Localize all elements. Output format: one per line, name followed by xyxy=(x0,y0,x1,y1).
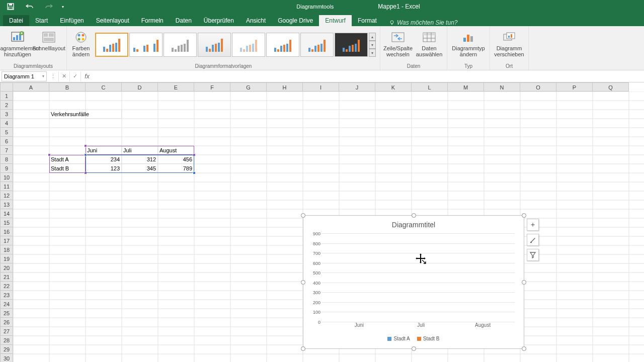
row-header-6[interactable]: 6 xyxy=(0,137,13,146)
switch-row-col-button[interactable]: Zeile/Spalte wechseln xyxy=(383,28,413,61)
cell-C8[interactable]: 234 xyxy=(86,155,122,164)
row-header-4[interactable]: 4 xyxy=(0,119,13,128)
legend-item-a[interactable]: Stadt A xyxy=(387,336,410,341)
tab-start[interactable]: Start xyxy=(29,15,54,26)
col-header-N[interactable]: N xyxy=(484,82,520,92)
row-header-12[interactable]: 12 xyxy=(0,191,13,200)
chart-styles-button[interactable] xyxy=(527,234,539,246)
row-header-2[interactable]: 2 xyxy=(0,101,13,110)
col-header-B[interactable]: B xyxy=(49,82,86,92)
tab-format[interactable]: Format xyxy=(352,15,383,26)
col-header-L[interactable]: L xyxy=(412,82,448,92)
row-header-1[interactable]: 1 xyxy=(0,92,13,101)
row-header-22[interactable]: 22 xyxy=(0,282,13,291)
chart-handle-w[interactable] xyxy=(301,280,305,285)
row-header-20[interactable]: 20 xyxy=(0,263,13,273)
tell-me-search[interactable]: Was möchten Sie tun? xyxy=(383,19,464,26)
row-header-26[interactable]: 26 xyxy=(0,318,13,327)
gallery-down-icon[interactable]: ▾ xyxy=(369,41,376,49)
chart-style-5[interactable] xyxy=(232,33,265,57)
tab-formeln[interactable]: Formeln xyxy=(135,15,170,26)
row-header-28[interactable]: 28 xyxy=(0,336,13,345)
tab-ansicht[interactable]: Ansicht xyxy=(240,15,272,26)
chart-handle-nw[interactable] xyxy=(301,213,305,218)
chart-handle-sw[interactable] xyxy=(301,346,305,351)
chart-handle-ne[interactable] xyxy=(522,213,526,218)
row-header-5[interactable]: 5 xyxy=(0,128,13,137)
col-header-P[interactable]: P xyxy=(556,82,593,92)
tab-entwurf[interactable]: Entwurf xyxy=(319,15,352,26)
change-chart-type-button[interactable]: Diagrammtyp ändern xyxy=(450,28,487,61)
col-header-A[interactable]: A xyxy=(13,82,49,92)
col-header-C[interactable]: C xyxy=(86,82,122,92)
select-all-corner[interactable] xyxy=(0,82,13,92)
chart-handle-se[interactable] xyxy=(522,346,526,351)
gallery-more-icon[interactable]: ▾ xyxy=(369,49,376,57)
formula-input[interactable] xyxy=(93,71,644,81)
chart-style-1[interactable] xyxy=(95,33,128,57)
qat-customize[interactable]: ▾ xyxy=(60,1,65,12)
row-header-21[interactable]: 21 xyxy=(0,273,13,282)
row-header-10[interactable]: 10 xyxy=(0,173,13,182)
chart-filter-button[interactable] xyxy=(527,249,539,261)
chart-elements-button[interactable]: ＋ xyxy=(527,219,539,231)
chart-style-4[interactable] xyxy=(198,33,231,57)
cancel-formula-button[interactable]: ✕ xyxy=(59,71,70,81)
quick-layout-button[interactable]: Schnelllayout xyxy=(34,28,63,61)
chart-handle-n[interactable] xyxy=(412,213,416,218)
col-header-I[interactable]: I xyxy=(303,82,339,92)
cell-D9[interactable]: 345 xyxy=(122,164,158,173)
enter-formula-button[interactable]: ✓ xyxy=(70,71,81,81)
col-header-H[interactable]: H xyxy=(267,82,303,92)
row-header-16[interactable]: 16 xyxy=(0,227,13,236)
col-header-G[interactable]: G xyxy=(230,82,267,92)
chart-style-8[interactable] xyxy=(335,33,368,57)
select-data-button[interactable]: Daten auswählen xyxy=(415,28,444,61)
undo-button[interactable] xyxy=(22,1,37,12)
chart-style-6[interactable] xyxy=(266,33,299,57)
cell-C7[interactable]: Juni xyxy=(86,146,122,155)
row-header-11[interactable]: 11 xyxy=(0,182,13,191)
col-header-M[interactable]: M xyxy=(448,82,484,92)
tab-einfuegen[interactable]: Einfügen xyxy=(54,15,90,26)
chart-title[interactable]: Diagrammtitel xyxy=(306,219,521,231)
chart-style-3[interactable] xyxy=(164,33,197,57)
tab-googledrive[interactable]: Google Drive xyxy=(272,15,319,26)
cell-D7[interactable]: Juli xyxy=(122,146,158,155)
chart-style-7[interactable] xyxy=(300,33,334,57)
col-header-K[interactable]: K xyxy=(375,82,412,92)
tab-ueberpruefen[interactable]: Überprüfen xyxy=(198,15,240,26)
plot-area[interactable] xyxy=(321,234,515,322)
cell-B9[interactable]: Stadt B xyxy=(49,164,86,173)
tab-datei[interactable]: Datei xyxy=(3,15,29,26)
col-header-O[interactable]: O xyxy=(520,82,556,92)
tab-daten[interactable]: Daten xyxy=(170,15,198,26)
legend-item-b[interactable]: Stadt B xyxy=(417,336,440,341)
add-chart-element-button[interactable]: Diagrammelement hinzufügen xyxy=(3,28,32,61)
row-header-29[interactable]: 29 xyxy=(0,345,13,354)
cell-B3[interactable]: Verkehrsunfälle xyxy=(49,110,122,119)
gallery-scroll[interactable]: ▴ ▾ ▾ xyxy=(369,33,376,57)
cell-B8[interactable]: Stadt A xyxy=(49,155,86,164)
cell-E9[interactable]: 789 xyxy=(158,164,194,173)
col-header-E[interactable]: E xyxy=(158,82,194,92)
row-header-23[interactable]: 23 xyxy=(0,291,13,300)
row-header-25[interactable]: 25 xyxy=(0,309,13,318)
cell-C9[interactable]: 123 xyxy=(86,164,122,173)
redo-button[interactable] xyxy=(41,1,56,12)
row-header-15[interactable]: 15 xyxy=(0,218,13,227)
chart-legend[interactable]: Stadt A Stadt B xyxy=(306,336,521,341)
chart-style-2[interactable] xyxy=(129,33,163,57)
chart-handle-e[interactable] xyxy=(522,280,526,285)
row-header-7[interactable]: 7 xyxy=(0,146,13,155)
row-header-8[interactable]: 8 xyxy=(0,155,13,164)
row-header-9[interactable]: 9 xyxy=(0,164,13,173)
col-header-D[interactable]: D xyxy=(122,82,158,92)
row-header-19[interactable]: 19 xyxy=(0,254,13,263)
chart-handle-s[interactable] xyxy=(412,346,416,351)
col-header-Q[interactable]: Q xyxy=(593,82,629,92)
cell-E7[interactable]: August xyxy=(158,146,194,155)
row-header-27[interactable]: 27 xyxy=(0,327,13,336)
spreadsheet-grid[interactable]: ABCDEFGHIJKLMNOPQ 1234567891011121314151… xyxy=(0,82,644,362)
chart-area[interactable]: Diagrammtitel 01002003004005006007008009… xyxy=(306,219,521,345)
